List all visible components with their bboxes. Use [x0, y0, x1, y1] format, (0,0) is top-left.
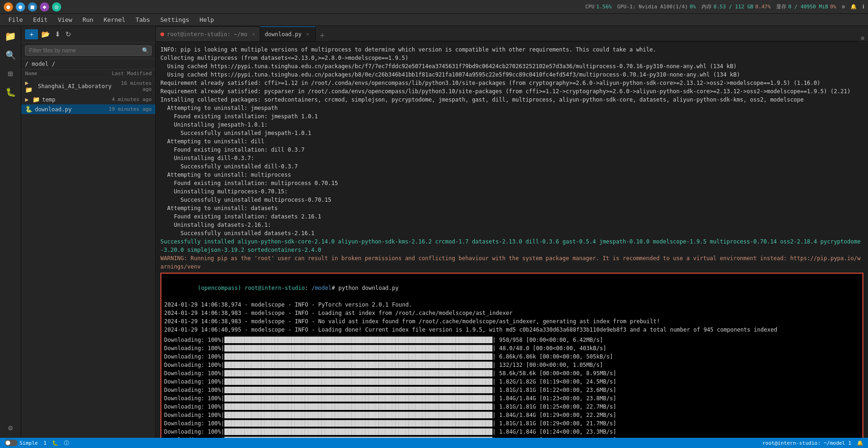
terminal-line: Found existing installation: dill 0.3.7	[160, 146, 863, 154]
list-item[interactable]: 🐍 download.py 19 minutes ago	[21, 104, 155, 114]
status-num: 1	[44, 440, 47, 446]
tab-settings-icon[interactable]: ⚙	[857, 35, 868, 41]
menu-file[interactable]: File	[4, 15, 27, 24]
prompt-dir: /model	[312, 285, 332, 291]
terminal-line: Using cached https://pypi.tuna.tsinghua.…	[160, 70, 863, 79]
terminal-line: Downloading: 100%|██████████████████████…	[164, 344, 860, 352]
status-icon-bug: 🐛	[52, 440, 58, 446]
terminal-command-line: (opencompass) root@intern-studio: /model…	[164, 275, 860, 301]
terminal-line: Installing collected packages: sortedcon…	[160, 96, 863, 104]
gpu-stat: GPU-1: Nvidia A100(1/4) 0%	[617, 4, 696, 10]
download-button[interactable]: ⬇	[53, 29, 62, 40]
terminal-line: Successfully uninstalled dill-0.3.7	[160, 162, 863, 171]
app-icon-5: ◎	[52, 2, 61, 12]
activity-explorer[interactable]: 📁	[2, 28, 19, 45]
mem-label: 内存	[702, 3, 712, 10]
download-progress-block: Downloading: 100%|██████████████████████…	[164, 334, 860, 438]
tab-download-py[interactable]: download.py ✕	[260, 26, 316, 41]
terminal-content[interactable]: INFO: pip is looking at multiple version…	[156, 42, 868, 438]
search-wrapper: 🔍	[25, 45, 152, 56]
menu-edit[interactable]: Edit	[28, 15, 52, 24]
file-modified: 19 minutes ago	[96, 106, 152, 112]
topbar-left: ● ● ■ ◆ ◎	[4, 2, 61, 12]
tab-bar: root@intern-studio: ~/mo ✕ download.py ✕…	[156, 26, 868, 42]
terminal-line: Downloading: 100%|██████████████████████…	[164, 403, 860, 411]
list-item[interactable]: ▶ 📁 temp 4 minutes ago	[21, 95, 155, 104]
list-item[interactable]: ▶ 📁 Shanghai_AI_Laboratory 16 minutes ag…	[21, 78, 155, 95]
py-file-icon: 🐍	[25, 106, 32, 113]
new-file-button[interactable]: +	[25, 29, 38, 39]
mem2-pct: 0%	[830, 4, 836, 10]
search-input[interactable]	[25, 45, 152, 56]
terminal-line: Uninstalling dill-0.3.7:	[160, 154, 863, 162]
activity-debug[interactable]: 🐛	[2, 83, 19, 100]
tab-label-terminal: root@intern-studio: ~/mo	[167, 31, 247, 38]
file-name: download.py	[35, 106, 96, 113]
prompt-user: root@intern-studio	[244, 285, 305, 291]
terminal-line: Successfully uninstalled jmespath-1.0.1	[160, 129, 863, 137]
terminal-line: Successfully uninstalled datasets-2.16.1	[160, 229, 863, 237]
tab-terminal[interactable]: root@intern-studio: ~/mo ✕	[156, 26, 260, 41]
topbar: ● ● ■ ◆ ◎ CPU 1.56% GPU-1: Nvidia A100(1…	[0, 0, 868, 14]
simple-toggle[interactable]: Simple	[5, 440, 38, 446]
menu-settings[interactable]: Settings	[156, 15, 194, 24]
notification-icon[interactable]: 🔔	[850, 4, 857, 10]
search-icon: 🔍	[142, 47, 149, 54]
terminal-line: Found existing installation: multiproces…	[160, 179, 863, 187]
menu-help[interactable]: Help	[195, 15, 218, 24]
upload-button[interactable]: 📂	[40, 29, 51, 40]
terminal-line: Attempting to uninstall: dill	[160, 137, 863, 146]
terminal-line: Downloading: 100%|██████████████████████…	[164, 336, 860, 344]
tab-spacer	[329, 41, 857, 41]
tab-dot-terminal	[160, 32, 164, 36]
menu-run[interactable]: Run	[78, 15, 98, 24]
cpu-val: 1.56%	[596, 4, 612, 10]
settings-icon[interactable]: ⚙	[842, 4, 845, 10]
gpu-label: GPU-1: Nvidia A100(1/4)	[617, 4, 688, 10]
terminal-line: 2024-01-29 14:06:40,995 - modelscope - I…	[164, 326, 860, 334]
tab-label-download-py: download.py	[265, 31, 301, 38]
menu-kernel[interactable]: Kernel	[99, 15, 130, 24]
activity-extensions[interactable]: ⊞	[2, 65, 19, 82]
terminal-line: Requirement already satisfied: pycparser…	[160, 87, 863, 96]
mem-stat: 内存 0.53 / 112 GB 0.47%	[702, 3, 771, 10]
main-layout: 📁 🔍 ⊞ 🐛 ⚙ + 📂 ⬇ ↻ 🔍 / model /	[0, 26, 868, 438]
terminal-line: Downloading: 100%|██████████████████████…	[164, 378, 860, 386]
activity-git[interactable]: ⚙	[2, 419, 19, 436]
folder-icon: ▶ 📁	[25, 79, 36, 93]
file-modified: 16 minutes ago	[112, 80, 152, 92]
new-tab-button[interactable]: +	[316, 28, 329, 41]
file-list: ▶ 📁 Shanghai_AI_Laboratory 16 minutes ag…	[21, 78, 155, 438]
app-icon-3: ■	[28, 2, 37, 12]
menu-view[interactable]: View	[53, 15, 77, 24]
terminal-line: Uninstalling multiprocess-0.70.15:	[160, 187, 863, 196]
info-icon[interactable]: ℹ	[862, 4, 864, 10]
breadcrumb: / model /	[25, 61, 152, 67]
menu-tabs[interactable]: Tabs	[131, 15, 154, 24]
tab-close-download-py[interactable]: ✕	[306, 31, 310, 37]
status-left: Simple 1 🐛 ⓘ	[5, 440, 69, 447]
app-icon-4: ◆	[40, 2, 49, 12]
activity-search[interactable]: 🔍	[2, 46, 19, 63]
terminal-line: Found existing installation: jmespath 1.…	[160, 112, 863, 121]
plus-icon: +	[30, 31, 33, 38]
tab-close-terminal[interactable]: ✕	[252, 31, 255, 37]
terminal-line: Downloading: 100%|██████████████████████…	[164, 419, 860, 428]
mem-pct: 0.47%	[755, 4, 771, 10]
mem2-label: 显存	[776, 3, 786, 10]
toggle-track	[5, 440, 18, 446]
gpu-val: 0%	[690, 4, 696, 10]
refresh-button[interactable]: ↻	[64, 29, 73, 40]
terminal-line: Downloading: 100%|██████████████████████…	[164, 352, 860, 361]
terminal-line: Successfully uninstalled multiprocess-0.…	[160, 196, 863, 204]
terminal-active-block: (opencompass) root@intern-studio: /model…	[160, 273, 863, 438]
status-icon-info: ⓘ	[64, 440, 69, 447]
menubar: File Edit View Run Kernel Tabs Settings …	[0, 14, 868, 26]
terminal-line: Attempting to uninstall: datasets	[160, 204, 863, 212]
prompt-opencompass: (opencompass)	[198, 285, 244, 291]
prompt-hash: # python download.py	[332, 285, 399, 291]
toggle-thumb	[6, 441, 10, 445]
mem-val: 0.53 / 112 GB	[714, 4, 753, 10]
terminal-line: 2024-01-29 14:06:38,983 - modelscope - I…	[164, 317, 860, 326]
mem2-stat: 显存 0 / 40950 MiB 0%	[776, 3, 836, 10]
